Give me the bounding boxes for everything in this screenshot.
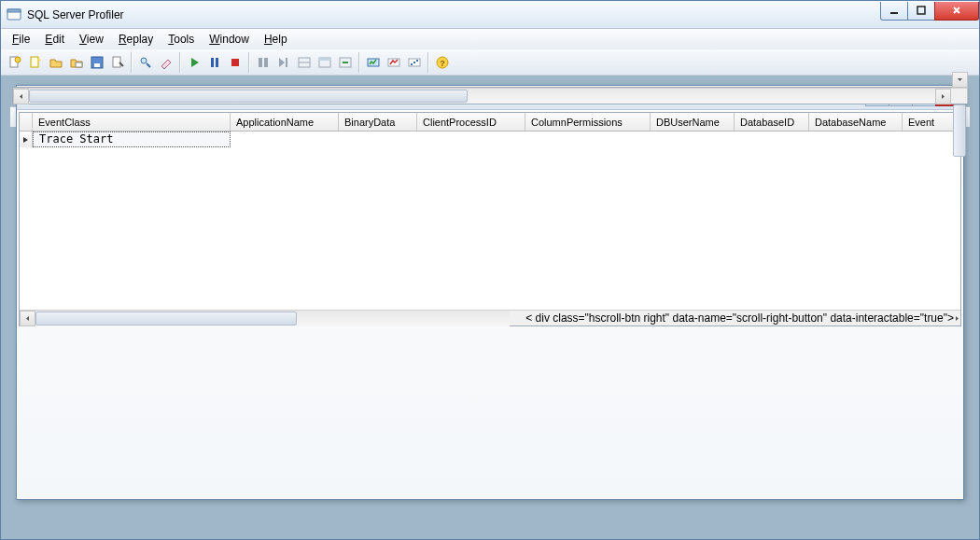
- toolbar-separator: [179, 52, 181, 73]
- open-file-button[interactable]: [46, 52, 66, 73]
- detail-pane[interactable]: [12, 87, 968, 104]
- cell-databasename[interactable]: [809, 132, 903, 147]
- row-indicator-icon: [20, 132, 33, 147]
- svg-point-10: [141, 58, 147, 63]
- col-event[interactable]: Event: [903, 113, 959, 131]
- find-button[interactable]: [135, 52, 156, 73]
- maximize-button[interactable]: [907, 2, 935, 21]
- svg-rect-1: [7, 9, 21, 12]
- pause-button[interactable]: [204, 52, 225, 73]
- cell-eventclass[interactable]: Trace Start: [33, 132, 231, 147]
- step-button[interactable]: [253, 52, 273, 73]
- scroll-thumb[interactable]: [953, 104, 966, 157]
- col-eventclass[interactable]: EventClass: [33, 113, 231, 131]
- toolbar-separator: [358, 52, 360, 73]
- titlebar-text: SQL Server Profiler: [27, 8, 881, 21]
- app-icon: [7, 7, 21, 22]
- menu-edit[interactable]: Edit: [37, 31, 72, 48]
- save-button[interactable]: [87, 52, 107, 73]
- tuning-advisor-button[interactable]: [363, 52, 384, 73]
- scroll-left-button[interactable]: [13, 89, 29, 104]
- cell-dbusername[interactable]: [651, 132, 735, 147]
- col-dbusername[interactable]: DBUserName: [651, 113, 735, 131]
- scroll-right-button[interactable]: [935, 89, 951, 104]
- scroll-track[interactable]: [29, 89, 935, 104]
- menu-file[interactable]: File: [5, 31, 37, 48]
- titlebar[interactable]: SQL Server Profiler: [1, 1, 979, 29]
- col-databaseid[interactable]: DatabaseID: [735, 113, 809, 131]
- svg-rect-14: [259, 58, 262, 67]
- scroll-down-button[interactable]: [952, 72, 968, 88]
- cell-binarydata[interactable]: [339, 132, 417, 147]
- help-button[interactable]: ?: [432, 52, 453, 73]
- svg-rect-8: [94, 63, 100, 67]
- svg-rect-15: [264, 58, 268, 67]
- svg-rect-11: [211, 58, 214, 67]
- menu-help[interactable]: Help: [257, 31, 295, 48]
- minimize-button[interactable]: [880, 2, 908, 21]
- menu-view[interactable]: View: [72, 31, 111, 48]
- skip-button[interactable]: [273, 52, 294, 73]
- detail-hscrollbar[interactable]: [13, 88, 967, 104]
- menu-window[interactable]: Window: [202, 31, 257, 48]
- toolbar-separator: [427, 52, 429, 73]
- run-to-cursor-button[interactable]: [335, 52, 356, 73]
- mdi-client: Auditar Acesso Negado em Objetos (localh…: [1, 76, 979, 539]
- col-applicationname[interactable]: ApplicationName: [231, 113, 339, 131]
- svg-rect-6: [76, 62, 82, 67]
- cell-columnpermissions[interactable]: [525, 132, 651, 147]
- open-table-button[interactable]: [66, 52, 87, 73]
- properties-button[interactable]: [107, 52, 128, 73]
- col-clientprocessid[interactable]: ClientProcessID: [417, 113, 525, 131]
- col-databasename[interactable]: DatabaseName: [809, 113, 903, 131]
- grid-hscrollbar[interactable]: < div class="hscroll-btn right" data-nam…: [20, 310, 960, 325]
- table-row[interactable]: Trace Start: [20, 132, 960, 147]
- scroll-thumb[interactable]: [35, 312, 297, 325]
- cell-databaseid[interactable]: [735, 132, 809, 147]
- toolbar-separator: [248, 52, 250, 73]
- clear-button[interactable]: [156, 52, 176, 73]
- menubar: File Edit View Replay Tools Window Help: [1, 29, 979, 49]
- svg-rect-9: [113, 57, 120, 67]
- svg-rect-2: [917, 7, 925, 14]
- new-trace-button[interactable]: [5, 52, 25, 73]
- close-button[interactable]: [934, 2, 979, 21]
- app-window: SQL Server Profiler File Edit View Repla…: [0, 0, 980, 540]
- aggregated-view-button[interactable]: [384, 52, 404, 73]
- col-binarydata[interactable]: BinaryData: [339, 113, 417, 131]
- row-header-corner: [20, 113, 33, 131]
- toolbar: ?: [1, 49, 979, 76]
- run-button[interactable]: [184, 52, 204, 73]
- scroll-thumb[interactable]: [29, 90, 468, 103]
- cell-event[interactable]: [903, 132, 959, 147]
- grid-header: EventClass ApplicationName BinaryData Cl…: [20, 113, 960, 132]
- new-template-button[interactable]: [25, 52, 46, 73]
- scroll-left-button[interactable]: [20, 311, 35, 326]
- cell-applicationname[interactable]: [231, 132, 339, 147]
- scroll-track[interactable]: [35, 311, 510, 326]
- menu-replay[interactable]: Replay: [111, 31, 161, 48]
- svg-rect-19: [319, 58, 330, 61]
- svg-rect-13: [231, 59, 239, 66]
- grid-body[interactable]: Trace Start: [20, 132, 960, 310]
- window-controls: [881, 2, 979, 21]
- svg-rect-12: [216, 58, 218, 67]
- col-columnpermissions[interactable]: ColumnPermissions: [525, 113, 651, 131]
- trace-window: Auditar Acesso Negado em Objetos (localh…: [16, 85, 964, 500]
- toggle-breakpoint-button[interactable]: [294, 52, 315, 73]
- cell-clientprocessid[interactable]: [417, 132, 525, 147]
- grouped-view-button[interactable]: [404, 52, 425, 73]
- svg-point-4: [15, 57, 21, 62]
- menu-tools[interactable]: Tools: [161, 31, 202, 48]
- stop-button[interactable]: [225, 52, 245, 73]
- toolbar-separator: [131, 52, 133, 73]
- trace-grid[interactable]: EventClass ApplicationName BinaryData Cl…: [19, 112, 961, 326]
- breakpoints-button[interactable]: [315, 52, 335, 73]
- svg-text:?: ?: [440, 59, 445, 68]
- svg-rect-5: [31, 57, 38, 67]
- svg-rect-16: [286, 58, 287, 67]
